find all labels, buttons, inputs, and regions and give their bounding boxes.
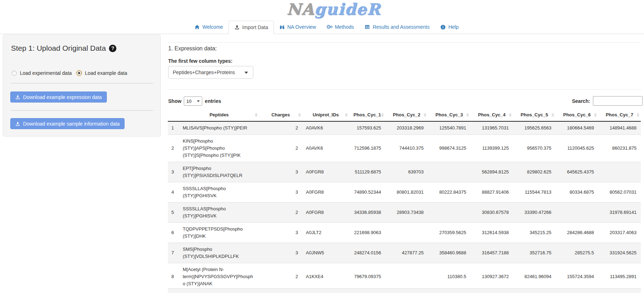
table-cell: 115544.7813 bbox=[513, 182, 556, 203]
column-header-label: Phos_Cyc_5 bbox=[521, 112, 548, 117]
radio-load-example-data[interactable]: Load example data bbox=[77, 70, 127, 76]
upload-panel-title: Step 1: Upload Original Data ? bbox=[11, 44, 116, 52]
tab-results-and-assessments[interactable]: Results and Assessments bbox=[359, 20, 435, 34]
table-header: PeptidesChargesUniprot_IDsPhos_Cyc_1Phos… bbox=[168, 109, 641, 121]
table-cell: 80562.07031 bbox=[598, 182, 641, 203]
next-row-sliver bbox=[168, 288, 641, 293]
question-circle-icon[interactable]: ? bbox=[109, 45, 116, 52]
tab-import-data[interactable]: Import Data bbox=[229, 21, 274, 34]
sidebar-divider bbox=[11, 110, 153, 111]
column-types-label: The first few column types: bbox=[168, 58, 232, 64]
column-header-phos_cyc_5[interactable]: Phos_Cyc_5 bbox=[513, 109, 556, 121]
table-cell: 180664.5469 bbox=[556, 121, 598, 135]
column-header-label: Uniprot_IDs bbox=[313, 112, 339, 117]
tab-methods[interactable]: ⚙⚙Methods bbox=[321, 20, 359, 34]
row-index-cell: 3 bbox=[168, 162, 179, 182]
table-cell: 285275.5 bbox=[556, 243, 598, 263]
table-cell: 511129.6875 bbox=[349, 162, 385, 182]
column-header-peptides[interactable]: Peptides bbox=[179, 109, 259, 121]
table-cell bbox=[428, 203, 470, 223]
column-header-label: Charges bbox=[271, 112, 290, 117]
sort-arrows-icon bbox=[466, 113, 469, 117]
column-header-uniprot_ids[interactable]: Uniprot_IDs bbox=[302, 109, 349, 121]
row-index-cell: 4 bbox=[168, 182, 179, 203]
column-header-phos_cyc_6[interactable]: Phos_Cyc_6 bbox=[556, 109, 598, 121]
table-cell: 203317.4063 bbox=[598, 223, 641, 243]
tab-label: Welcome bbox=[203, 24, 223, 30]
table-cell: SSSSLLAS[Phospho (STY)]PGHISVK bbox=[179, 203, 259, 223]
row-index-cell: 1 bbox=[168, 121, 179, 135]
column-header-label: Phos_Cyc_2 bbox=[393, 112, 420, 117]
column-header-charges[interactable]: Charges bbox=[259, 109, 302, 121]
column-header-phos_cyc_2[interactable]: Phos_Cyc_2 bbox=[385, 109, 428, 121]
search-label: Search: bbox=[572, 98, 590, 104]
home-icon bbox=[194, 24, 200, 30]
table-cell: SMS[Phospho (STY)]VDLSHIPLKDPLLFK bbox=[179, 243, 259, 263]
button-label: Download example expression data bbox=[23, 94, 102, 100]
row-index-cell: 7 bbox=[168, 243, 179, 263]
sort-arrows-icon bbox=[509, 113, 512, 117]
sort-arrows-icon bbox=[345, 113, 348, 117]
table-row: 5SSSSLLAS[Phospho (STY)]PGHISVK2A0FGR834… bbox=[168, 203, 641, 223]
row-index-cell: 8 bbox=[168, 263, 179, 291]
table-cell: 270359.5625 bbox=[428, 223, 470, 243]
search-input[interactable] bbox=[593, 96, 643, 106]
table-cell: 2 bbox=[259, 121, 302, 135]
tab-help[interactable]: Help bbox=[435, 20, 464, 34]
page-length-select[interactable]: 10 bbox=[184, 96, 202, 106]
table-cell: 79679.09375 bbox=[349, 263, 385, 291]
table-row: 7SMS[Phospho (STY)]VDLSHIPLKDPLLFK3A0JNW… bbox=[168, 243, 641, 263]
tab-na-overview[interactable]: NA Overview bbox=[274, 20, 321, 34]
table-cell: 956570.375 bbox=[513, 135, 556, 162]
table-cell: 1139399.125 bbox=[470, 135, 513, 162]
column-header-phos_cyc_3[interactable]: Phos_Cyc_3 bbox=[428, 109, 470, 121]
download-icon bbox=[15, 95, 20, 100]
table-cell: 110380.5 bbox=[428, 263, 470, 291]
table-cell: 3 bbox=[259, 243, 302, 263]
table-cell: 2 bbox=[259, 203, 302, 223]
tab-label: Import Data bbox=[242, 24, 268, 30]
table-cell: 744410.375 bbox=[385, 135, 428, 162]
table-row: 2KINS[Phospho (STY)]APS[Phospho (STY)]S[… bbox=[168, 135, 641, 162]
app-logo-part2: guideR bbox=[314, 0, 381, 18]
table-cell: 82461.96094 bbox=[513, 263, 556, 291]
table-row: 1MLISAVS[Phospho (STY)]PEIR2A0AVK6157593… bbox=[168, 121, 641, 135]
table-cell: 125540.7891 bbox=[428, 121, 470, 135]
radio-label: Load experimental data bbox=[20, 70, 72, 76]
table-length-control: Show 10 entries bbox=[168, 96, 221, 106]
table-cell: SSSSLLAS[Phospho (STY)]PGHISVK bbox=[179, 182, 259, 203]
column-types-selected-value: Peptides+Charges+Proteins bbox=[173, 70, 235, 75]
table-cell: A0JNW5 bbox=[302, 243, 349, 263]
tab-label: Results and Assessments bbox=[373, 24, 429, 30]
radio-circle-checked-icon[interactable] bbox=[77, 71, 82, 76]
table-cell: A0FGR8 bbox=[302, 203, 349, 223]
download-example-expression-data-button[interactable]: Download example expression data bbox=[10, 92, 107, 103]
table-cell: 130927.3672 bbox=[470, 263, 513, 291]
table-row: 6TQDPVPPETPSDS[Phospho (STY)]DHK3A0JLT22… bbox=[168, 223, 641, 243]
table-cell: 2 bbox=[259, 263, 302, 291]
row-index-cell: 2 bbox=[168, 135, 179, 162]
download-example-sample-information-data-button[interactable]: Download example sample information data bbox=[10, 118, 125, 129]
row-index-cell: 5 bbox=[168, 203, 179, 223]
upload-icon bbox=[234, 24, 240, 30]
upload-panel: Step 1: Upload Original Data ? Load expe… bbox=[3, 34, 161, 137]
app-logo: NAguideR bbox=[0, 0, 644, 18]
table-cell: 203318.2969 bbox=[385, 121, 428, 135]
column-types-select[interactable]: Peptides+Charges+Proteins bbox=[168, 66, 253, 79]
radio-circle-icon[interactable] bbox=[12, 71, 17, 76]
radio-load-experimental-data[interactable]: Load experimental data bbox=[12, 70, 72, 76]
main-divider-mid bbox=[168, 89, 641, 90]
table-cell: 88827.91406 bbox=[470, 182, 513, 203]
table-cell: EPT[Phospho (STY)]PSIASDISLPIATQELR bbox=[179, 162, 259, 182]
table-cell: 248274.0156 bbox=[349, 243, 385, 263]
table-cell: 639703 bbox=[385, 162, 428, 182]
table-cell: 829802.625 bbox=[513, 162, 556, 182]
table-search-control: Search: bbox=[572, 96, 643, 106]
column-header-phos_cyc_1[interactable]: Phos_Cyc_1 bbox=[349, 109, 385, 121]
table-cell: 2 bbox=[259, 135, 302, 162]
column-header-phos_cyc_4[interactable]: Phos_Cyc_4 bbox=[470, 109, 513, 121]
table-cell: A0AVK6 bbox=[302, 135, 349, 162]
tab-welcome[interactable]: Welcome bbox=[189, 20, 229, 34]
show-label: Show bbox=[168, 98, 181, 104]
column-header-phos_cyc_7[interactable]: Phos_Cyc_7 bbox=[598, 109, 641, 121]
